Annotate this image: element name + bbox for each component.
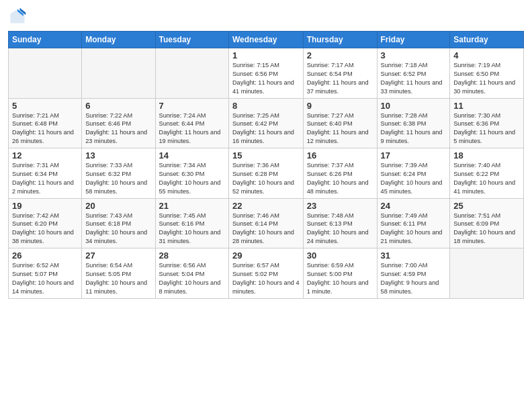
day-number: 6 bbox=[85, 101, 151, 111]
calendar-cell: 4Sunrise: 7:19 AM Sunset: 6:50 PM Daylig… bbox=[450, 48, 524, 99]
calendar-cell: 19Sunrise: 7:42 AM Sunset: 6:20 PM Dayli… bbox=[9, 198, 82, 248]
day-number: 1 bbox=[232, 50, 300, 60]
day-number: 19 bbox=[12, 201, 78, 211]
calendar-cell bbox=[450, 248, 524, 299]
calendar-cell bbox=[82, 48, 155, 99]
calendar-header-monday: Monday bbox=[82, 32, 155, 48]
calendar-cell: 5Sunrise: 7:21 AM Sunset: 6:48 PM Daylig… bbox=[9, 98, 82, 148]
calendar-cell: 17Sunrise: 7:39 AM Sunset: 6:24 PM Dayli… bbox=[377, 148, 450, 199]
day-info: Sunrise: 7:19 AM Sunset: 6:50 PM Dayligh… bbox=[453, 61, 520, 96]
day-number: 28 bbox=[159, 250, 225, 261]
calendar-header-wednesday: Wednesday bbox=[228, 32, 303, 48]
calendar-cell: 11Sunrise: 7:30 AM Sunset: 6:36 PM Dayli… bbox=[450, 98, 524, 148]
calendar-cell bbox=[155, 48, 228, 99]
day-info: Sunrise: 7:39 AM Sunset: 6:24 PM Dayligh… bbox=[381, 161, 447, 196]
calendar-week-4: 19Sunrise: 7:42 AM Sunset: 6:20 PM Dayli… bbox=[9, 198, 524, 248]
day-number: 12 bbox=[12, 150, 78, 161]
day-number: 18 bbox=[453, 150, 520, 161]
calendar-header-saturday: Saturday bbox=[450, 32, 524, 48]
calendar-cell: 14Sunrise: 7:34 AM Sunset: 6:30 PM Dayli… bbox=[155, 148, 228, 199]
day-number: 17 bbox=[381, 150, 447, 161]
calendar-cell: 10Sunrise: 7:28 AM Sunset: 6:38 PM Dayli… bbox=[377, 98, 450, 148]
day-info: Sunrise: 7:49 AM Sunset: 6:11 PM Dayligh… bbox=[381, 212, 447, 246]
calendar-cell: 28Sunrise: 6:56 AM Sunset: 5:04 PM Dayli… bbox=[155, 248, 228, 299]
day-info: Sunrise: 7:34 AM Sunset: 6:30 PM Dayligh… bbox=[159, 161, 225, 196]
calendar-cell bbox=[9, 48, 82, 99]
calendar-cell: 7Sunrise: 7:24 AM Sunset: 6:44 PM Daylig… bbox=[155, 98, 228, 148]
calendar-cell: 22Sunrise: 7:46 AM Sunset: 6:14 PM Dayli… bbox=[228, 198, 303, 248]
calendar-cell: 15Sunrise: 7:36 AM Sunset: 6:28 PM Dayli… bbox=[228, 148, 303, 199]
day-info: Sunrise: 6:57 AM Sunset: 5:02 PM Dayligh… bbox=[232, 261, 300, 296]
day-info: Sunrise: 7:30 AM Sunset: 6:36 PM Dayligh… bbox=[453, 111, 520, 146]
day-info: Sunrise: 7:31 AM Sunset: 6:34 PM Dayligh… bbox=[12, 161, 78, 196]
calendar-header-friday: Friday bbox=[377, 32, 450, 48]
day-number: 22 bbox=[232, 201, 300, 211]
page: SundayMondayTuesdayWednesdayThursdayFrid… bbox=[0, 0, 532, 411]
day-info: Sunrise: 7:00 AM Sunset: 4:59 PM Dayligh… bbox=[381, 261, 447, 296]
day-number: 31 bbox=[381, 250, 447, 261]
day-number: 14 bbox=[159, 150, 225, 161]
day-info: Sunrise: 7:37 AM Sunset: 6:26 PM Dayligh… bbox=[307, 161, 373, 196]
day-number: 9 bbox=[307, 101, 373, 111]
day-info: Sunrise: 7:45 AM Sunset: 6:16 PM Dayligh… bbox=[159, 212, 225, 246]
day-info: Sunrise: 7:17 AM Sunset: 6:54 PM Dayligh… bbox=[307, 61, 373, 96]
day-number: 2 bbox=[307, 50, 373, 60]
day-info: Sunrise: 7:40 AM Sunset: 6:22 PM Dayligh… bbox=[453, 161, 520, 196]
day-info: Sunrise: 7:27 AM Sunset: 6:40 PM Dayligh… bbox=[307, 111, 373, 146]
day-info: Sunrise: 7:28 AM Sunset: 6:38 PM Dayligh… bbox=[381, 111, 447, 146]
calendar-cell: 2Sunrise: 7:17 AM Sunset: 6:54 PM Daylig… bbox=[303, 48, 377, 99]
day-number: 16 bbox=[307, 150, 373, 161]
day-info: Sunrise: 6:59 AM Sunset: 5:00 PM Dayligh… bbox=[307, 261, 373, 296]
calendar-cell: 24Sunrise: 7:49 AM Sunset: 6:11 PM Dayli… bbox=[377, 198, 450, 248]
day-info: Sunrise: 7:15 AM Sunset: 6:56 PM Dayligh… bbox=[232, 61, 300, 96]
day-number: 24 bbox=[381, 201, 447, 211]
day-number: 20 bbox=[85, 201, 151, 211]
calendar-cell: 31Sunrise: 7:00 AM Sunset: 4:59 PM Dayli… bbox=[377, 248, 450, 299]
day-info: Sunrise: 7:24 AM Sunset: 6:44 PM Dayligh… bbox=[159, 111, 225, 146]
day-info: Sunrise: 7:21 AM Sunset: 6:48 PM Dayligh… bbox=[12, 111, 78, 146]
calendar-cell: 8Sunrise: 7:25 AM Sunset: 6:42 PM Daylig… bbox=[228, 98, 303, 148]
calendar-header-sunday: Sunday bbox=[9, 32, 82, 48]
calendar-cell: 1Sunrise: 7:15 AM Sunset: 6:56 PM Daylig… bbox=[228, 48, 303, 99]
calendar-week-2: 5Sunrise: 7:21 AM Sunset: 6:48 PM Daylig… bbox=[9, 98, 524, 148]
day-number: 23 bbox=[307, 201, 373, 211]
day-number: 4 bbox=[453, 50, 520, 60]
day-number: 7 bbox=[159, 101, 225, 111]
day-number: 15 bbox=[232, 150, 300, 161]
day-number: 8 bbox=[232, 101, 300, 111]
header bbox=[8, 7, 524, 26]
day-info: Sunrise: 7:43 AM Sunset: 6:18 PM Dayligh… bbox=[85, 212, 151, 246]
calendar-cell: 30Sunrise: 6:59 AM Sunset: 5:00 PM Dayli… bbox=[303, 248, 377, 299]
day-info: Sunrise: 7:25 AM Sunset: 6:42 PM Dayligh… bbox=[232, 111, 300, 146]
day-number: 13 bbox=[85, 150, 151, 161]
calendar-cell: 12Sunrise: 7:31 AM Sunset: 6:34 PM Dayli… bbox=[9, 148, 82, 199]
day-info: Sunrise: 6:56 AM Sunset: 5:04 PM Dayligh… bbox=[159, 261, 225, 296]
day-number: 10 bbox=[381, 101, 447, 111]
calendar-cell: 6Sunrise: 7:22 AM Sunset: 6:46 PM Daylig… bbox=[82, 98, 155, 148]
calendar-cell: 9Sunrise: 7:27 AM Sunset: 6:40 PM Daylig… bbox=[303, 98, 377, 148]
calendar-header-tuesday: Tuesday bbox=[155, 32, 228, 48]
day-number: 25 bbox=[453, 201, 520, 211]
calendar-header-thursday: Thursday bbox=[303, 32, 377, 48]
calendar-cell: 25Sunrise: 7:51 AM Sunset: 6:09 PM Dayli… bbox=[450, 198, 524, 248]
day-info: Sunrise: 7:51 AM Sunset: 6:09 PM Dayligh… bbox=[453, 212, 520, 246]
day-number: 11 bbox=[453, 101, 520, 111]
day-info: Sunrise: 7:36 AM Sunset: 6:28 PM Dayligh… bbox=[232, 161, 300, 196]
day-number: 27 bbox=[85, 250, 151, 261]
day-number: 29 bbox=[232, 250, 300, 261]
calendar-cell: 23Sunrise: 7:48 AM Sunset: 6:13 PM Dayli… bbox=[303, 198, 377, 248]
calendar-cell: 26Sunrise: 6:52 AM Sunset: 5:07 PM Dayli… bbox=[9, 248, 82, 299]
day-number: 3 bbox=[381, 50, 447, 60]
calendar-cell: 13Sunrise: 7:33 AM Sunset: 6:32 PM Dayli… bbox=[82, 148, 155, 199]
day-info: Sunrise: 7:33 AM Sunset: 6:32 PM Dayligh… bbox=[85, 161, 151, 196]
day-info: Sunrise: 7:46 AM Sunset: 6:14 PM Dayligh… bbox=[232, 212, 300, 246]
calendar-cell: 18Sunrise: 7:40 AM Sunset: 6:22 PM Dayli… bbox=[450, 148, 524, 199]
calendar-cell: 20Sunrise: 7:43 AM Sunset: 6:18 PM Dayli… bbox=[82, 198, 155, 248]
day-info: Sunrise: 6:54 AM Sunset: 5:05 PM Dayligh… bbox=[85, 261, 151, 296]
day-number: 26 bbox=[12, 250, 78, 261]
day-info: Sunrise: 7:22 AM Sunset: 6:46 PM Dayligh… bbox=[85, 111, 151, 146]
calendar-cell: 29Sunrise: 6:57 AM Sunset: 5:02 PM Dayli… bbox=[228, 248, 303, 299]
calendar-cell: 21Sunrise: 7:45 AM Sunset: 6:16 PM Dayli… bbox=[155, 198, 228, 248]
logo-icon bbox=[8, 7, 27, 26]
calendar-cell: 27Sunrise: 6:54 AM Sunset: 5:05 PM Dayli… bbox=[82, 248, 155, 299]
